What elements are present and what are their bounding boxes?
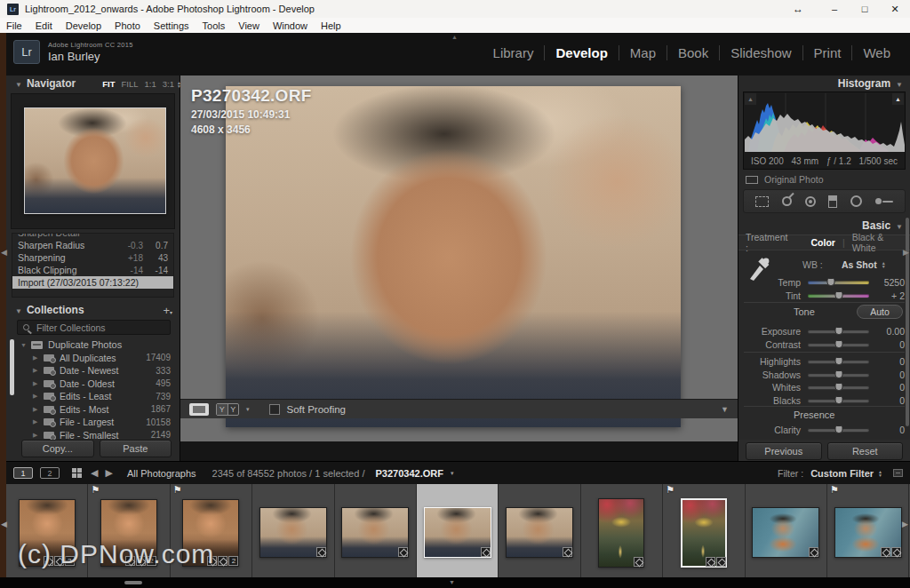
filmstrip-cell[interactable] xyxy=(499,484,580,577)
tint-value[interactable]: + 2 xyxy=(871,290,905,301)
filter-lock-icon[interactable] xyxy=(893,469,903,477)
filter-dropdown[interactable]: Custom Filter▲▼ xyxy=(810,468,882,479)
slider-knob[interactable] xyxy=(834,383,842,391)
soft-proofing-checkbox[interactable] xyxy=(269,404,280,415)
slider-value[interactable]: 0 xyxy=(871,369,905,380)
filmstrip-cell[interactable] xyxy=(335,484,417,577)
tone-slider[interactable] xyxy=(808,399,869,402)
filmstrip-source-dropdown-icon[interactable]: ▾ xyxy=(451,470,454,477)
keyword-badge-icon[interactable] xyxy=(481,547,491,557)
filmstrip-scrollbar[interactable] xyxy=(124,581,142,584)
histogram-panel[interactable]: ▲ ▲ ISO 20043 mmƒ / 1.21/500 sec xyxy=(743,91,906,170)
slider-knob[interactable] xyxy=(834,370,842,378)
tone-slider[interactable] xyxy=(808,385,869,389)
collapse-right-panel-icon[interactable]: ▶ xyxy=(903,248,909,257)
grid-view-icon[interactable] xyxy=(72,468,76,473)
tint-slider[interactable] xyxy=(808,294,869,298)
navigator-preview[interactable] xyxy=(11,93,175,229)
main-window-button[interactable]: 1 xyxy=(13,467,33,479)
navigator-header[interactable]: ▼Navigator FITFILL1:13:1 ▲▼ xyxy=(6,75,180,90)
basic-header[interactable]: Basic▼ xyxy=(738,218,910,231)
reset-button[interactable]: Reset xyxy=(827,442,904,460)
copy-button[interactable]: Copy... xyxy=(21,440,94,457)
collection-row[interactable]: ▶ Date - Oldest 495 xyxy=(6,377,180,391)
disclosure-triangle-icon[interactable]: ▶ xyxy=(33,418,44,425)
collection-row[interactable]: ▶ All Duplicates 17409 xyxy=(6,352,180,365)
main-photo[interactable] xyxy=(226,86,681,427)
previous-photo-icon[interactable]: ◀ xyxy=(91,467,98,479)
close-button[interactable]: ✕ xyxy=(880,4,910,15)
original-photo-toggle[interactable]: Original Photo xyxy=(746,174,824,185)
treatment-bw-option[interactable]: Black & White xyxy=(852,232,903,253)
temp-slider[interactable] xyxy=(808,281,869,284)
keyword-badge-icon[interactable] xyxy=(881,547,890,557)
radial-filter-icon[interactable] xyxy=(850,195,862,207)
collapse-filmstrip-icon[interactable]: ▼ xyxy=(449,579,455,585)
zoom-mode-option[interactable]: FILL xyxy=(122,79,139,89)
keyword-badge-icon[interactable] xyxy=(809,547,818,557)
filmstrip-cell[interactable] xyxy=(746,484,827,577)
history-step[interactable]: Sharpening +18 43 xyxy=(12,251,173,264)
navigator-thumbnail[interactable] xyxy=(24,107,166,214)
slider-value[interactable]: 0.00 xyxy=(871,326,905,337)
loupe-view-icon[interactable] xyxy=(189,403,209,416)
disclosure-triangle-icon[interactable]: ▶ xyxy=(33,406,44,413)
disclosure-triangle-icon[interactable]: ▶ xyxy=(33,393,44,400)
red-eye-icon[interactable] xyxy=(805,196,816,207)
filmstrip-scroll-left-icon[interactable]: ◀ xyxy=(1,520,7,528)
auto-tone-button[interactable]: Auto xyxy=(857,305,903,319)
wb-dropdown[interactable]: As Shot▲▼ xyxy=(842,259,886,270)
zoom-mode-option[interactable]: 3:1 xyxy=(163,79,174,89)
spot-removal-icon[interactable] xyxy=(782,196,792,206)
slider-knob[interactable] xyxy=(834,327,842,335)
menu-item[interactable]: Photo xyxy=(115,20,140,31)
histogram-header[interactable]: Histogram▼ xyxy=(738,75,910,89)
graduated-filter-icon[interactable] xyxy=(828,195,837,208)
keyword-badge-icon[interactable] xyxy=(634,557,643,567)
temp-value[interactable]: 5250 xyxy=(871,277,905,288)
pick-flag-icon[interactable]: ⚑ xyxy=(830,484,839,496)
filmstrip-cell[interactable] xyxy=(417,484,499,577)
tone-slider[interactable] xyxy=(808,330,869,333)
collection-row[interactable]: ▶ Edits - Least 739 xyxy=(6,390,180,403)
slider-knob[interactable] xyxy=(834,425,842,433)
keyword-badge-icon[interactable] xyxy=(563,547,572,557)
history-step[interactable]: Import (27/03/2015 07:13:22) xyxy=(12,276,173,289)
minimize-button[interactable]: – xyxy=(819,4,850,14)
disclosure-triangle-icon[interactable]: ▼ xyxy=(20,342,31,348)
second-window-button[interactable]: 2 xyxy=(40,467,60,479)
pick-flag-icon[interactable]: ⚑ xyxy=(666,484,675,496)
slider-knob[interactable] xyxy=(827,278,835,286)
filmstrip-source[interactable]: All Photographs xyxy=(127,468,196,479)
module-tab[interactable]: Map xyxy=(619,45,667,60)
slider-knob[interactable] xyxy=(834,291,842,299)
history-step[interactable]: Sharpen Radius -0.3 0.7 xyxy=(12,239,173,251)
presence-slider[interactable] xyxy=(808,428,869,432)
filmstrip-cell[interactable]: ⚑ xyxy=(827,484,909,577)
slider-value[interactable]: 0 xyxy=(871,425,905,435)
previous-button[interactable]: Previous xyxy=(746,442,822,460)
slider-value[interactable]: 0 xyxy=(871,395,905,406)
disclosure-triangle-icon[interactable]: ▶ xyxy=(33,380,44,387)
filmstrip-scroll-right-icon[interactable]: ▶ xyxy=(902,520,908,528)
menu-item[interactable]: Help xyxy=(321,20,341,31)
adjustment-badge-icon[interactable] xyxy=(716,557,726,567)
menu-item[interactable]: Edit xyxy=(36,20,52,31)
filmstrip-cell[interactable] xyxy=(581,484,663,577)
left-panel-scrollbar[interactable] xyxy=(10,339,14,395)
disclosure-triangle-icon[interactable]: ▶ xyxy=(33,354,44,362)
collection-row[interactable]: ▶ Edits - Most 1867 xyxy=(6,403,180,417)
keyword-badge-icon[interactable] xyxy=(316,547,326,557)
adjustment-brush-icon[interactable] xyxy=(875,197,893,205)
next-photo-icon[interactable]: ▶ xyxy=(105,467,112,479)
module-tab[interactable]: Print xyxy=(803,45,853,60)
collection-row[interactable]: ▶ Date - Newest 333 xyxy=(6,364,180,377)
zoom-mode-option[interactable]: FIT xyxy=(102,79,115,89)
menu-item[interactable]: View xyxy=(238,20,259,31)
zoom-mode-option[interactable]: 1:1 xyxy=(145,79,156,89)
before-after-dropdown-icon[interactable]: ▾ xyxy=(246,406,250,413)
menu-item[interactable]: Develop xyxy=(66,20,101,31)
tone-slider[interactable] xyxy=(808,343,869,346)
disclosure-triangle-icon[interactable]: ▶ xyxy=(33,432,44,439)
shadow-clipping-icon[interactable]: ▲ xyxy=(745,93,756,105)
